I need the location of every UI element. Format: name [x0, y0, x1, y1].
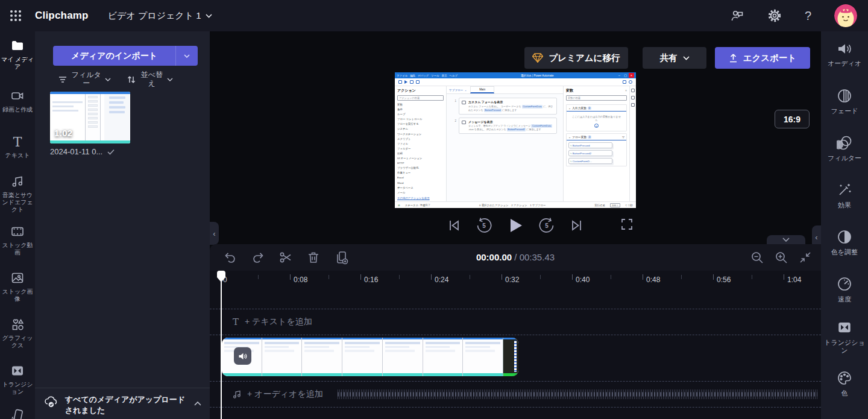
sidebar-item-stock-image[interactable]: ストック画像	[0, 263, 35, 310]
sidebar-item-music-sfx[interactable]: 音楽とサウンドエフェクト	[0, 171, 35, 217]
panel-item-color[interactable]: 色	[821, 361, 868, 408]
redo-button[interactable]	[251, 250, 265, 265]
sidebar-item-label: マイ メディア	[0, 56, 35, 71]
pv-flow-variables-section: ⌄ フロー変数 3▽ ≈ ButtonPressed ≈ ButtonPress…	[566, 133, 627, 166]
fullscreen-button[interactable]	[620, 217, 634, 232]
split-scissors-button[interactable]	[278, 250, 293, 265]
share-button[interactable]: 共有	[643, 47, 706, 69]
timeline-tracks: T + テキストを追加 + オーディオを追加	[210, 289, 821, 419]
import-dropdown-toggle[interactable]	[176, 54, 198, 58]
filter-icon	[58, 75, 68, 84]
import-media-button[interactable]: メディアのインポート	[53, 46, 198, 66]
device-shake-icon	[10, 408, 25, 419]
gem-icon	[532, 53, 543, 63]
preview-stage: プレミアムに移行 共有 エクスポート ファイル 編集 デバッグ ツール 表示 ヘ…	[210, 31, 821, 244]
filter-circles-icon	[837, 135, 853, 151]
clip-filename[interactable]: 2024-01-11 0...	[50, 147, 115, 156]
text-icon: T	[233, 315, 239, 329]
settings-gear-icon[interactable]	[767, 8, 782, 23]
add-text-track[interactable]: T + テキストを追加	[210, 309, 821, 335]
transition-bowtie-icon	[10, 364, 25, 378]
pv-menubar: ファイル 編集 デバッグ ツール 表示 ヘルプ	[397, 74, 458, 77]
right-sidebar: オーディオ フェード フィルター 効果 色を調整 速度 トランジション 色	[821, 31, 868, 419]
pv-actions-search: アクションの検索	[397, 95, 444, 101]
rewind-5s-button[interactable]: 5	[475, 216, 493, 235]
fade-icon	[837, 88, 852, 104]
pv-action-groups: 変数 条件 ループ フロー コントロール フローを実行する システム ワークステ…	[397, 102, 444, 195]
transition-bowtie-icon	[837, 320, 852, 335]
panel-item-speed[interactable]: 速度	[821, 266, 868, 313]
sidebar-item-stock-video[interactable]: ストック動画	[0, 217, 35, 263]
clip-volume-badge[interactable]	[234, 347, 251, 365]
export-button[interactable]: エクスポート	[715, 47, 810, 69]
pv-variables-header: 変数	[566, 88, 625, 93]
chevron-up-icon[interactable]	[194, 402, 201, 406]
sort-label: 並べ替え	[140, 71, 163, 88]
add-audio-track[interactable]: + オーディオを追加	[210, 381, 821, 408]
left-sidebar: マイ メディア 録画と作成 T テキスト 音楽とサウンドエフェクト ストック動画…	[0, 31, 35, 419]
sort-arrows-icon	[127, 75, 136, 84]
sidebar-item-transitions[interactable]: トランジション	[0, 356, 35, 403]
fit-timeline-button[interactable]	[798, 250, 813, 265]
collapse-preview-tab[interactable]	[767, 235, 805, 244]
folder-icon	[10, 39, 25, 53]
pv-step-1: 1 カスタム フォームを表示 カスタム フォームを表示し、ユーザー データを C…	[453, 98, 557, 115]
pv-titlebar: ファイル 編集 デバッグ ツール 表示 ヘルプ 選択済み | Power Aut…	[395, 72, 636, 78]
skip-to-end-button[interactable]	[569, 218, 585, 233]
delete-trash-button[interactable]	[306, 250, 321, 265]
palette-icon	[837, 370, 852, 386]
media-panel: メディアのインポート フィルター 並べ替え 1:02 2024-01-11 0.…	[35, 31, 210, 419]
panel-item-effects[interactable]: 効果	[821, 172, 868, 219]
feedback-icon[interactable]	[730, 8, 744, 23]
panel-item-adjust-colors[interactable]: 色を調整	[821, 219, 868, 266]
duplicate-button[interactable]	[334, 250, 350, 265]
sort-control[interactable]: 並べ替え	[127, 71, 172, 88]
project-name-menu[interactable]: ビデオ プロジェクト 1	[108, 10, 212, 22]
sidebar-item-graphics[interactable]: グラフィックス	[0, 310, 35, 356]
video-clip[interactable]	[222, 338, 518, 376]
app-launcher-icon[interactable]	[10, 10, 22, 22]
speaker-icon	[837, 42, 852, 56]
film-strip-icon	[10, 224, 25, 239]
panel-item-filters[interactable]: フィルター	[821, 125, 868, 172]
video-camera-icon	[10, 89, 25, 103]
image-icon	[10, 271, 25, 285]
sidebar-item-record-create[interactable]: 録画と作成	[0, 78, 35, 124]
thumbnail-side-panel	[104, 94, 130, 140]
sidebar-item-text[interactable]: T テキスト	[0, 124, 35, 171]
panel-item-fade[interactable]: フェード	[821, 78, 868, 125]
add-text-label: + テキストを追加	[245, 317, 312, 327]
sidebar-item-my-media[interactable]: マイ メディア	[0, 31, 35, 78]
current-time: 00:00.00	[476, 252, 512, 262]
user-avatar[interactable]	[834, 4, 857, 27]
collapse-media-panel-handle[interactable]: ‹	[210, 222, 219, 245]
pv-flow-var: ≈ ButtonPressed2	[568, 150, 612, 156]
pv-flow-var: ≈ ButtonPressed	[568, 142, 612, 148]
timeline-ruler[interactable]: 0 0:08 0:16 0:24 0:32 0:40 0:48 0:56 1:0…	[210, 271, 821, 289]
panel-item-audio[interactable]: オーディオ	[821, 31, 868, 78]
timeline-timecode: 00:00.00 / 00:35.43	[210, 252, 821, 262]
sidebar-item-partial[interactable]	[0, 403, 35, 419]
video-preview[interactable]: ファイル 編集 デバッグ ツール 表示 ヘルプ 選択済み | Power Aut…	[395, 72, 636, 208]
play-button[interactable]	[506, 216, 524, 235]
zoom-out-button[interactable]	[750, 250, 764, 265]
upload-status-bar: すべてのメディアがアップロードされました	[35, 388, 210, 419]
chevron-down-icon	[184, 54, 190, 58]
zoom-in-button[interactable]	[774, 250, 788, 265]
aspect-ratio-badge[interactable]: 16:9	[775, 110, 810, 128]
panel-item-transitions[interactable]: トランジション	[821, 313, 868, 361]
filter-control[interactable]: フィルター	[58, 71, 111, 88]
upgrade-premium-button[interactable]: プレミアムに移行	[524, 47, 628, 69]
help-icon[interactable]: ?	[805, 9, 811, 23]
thumbnail-taskbar	[50, 140, 130, 143]
undo-button[interactable]	[223, 250, 237, 265]
pv-status-bar: ⊘ステータス: 準備完了 0 選択されたアクション 2 アクション 1 サブフロ…	[395, 201, 636, 208]
check-icon	[107, 149, 115, 155]
forward-5s-button[interactable]: 5	[538, 216, 556, 235]
adjust-color-icon	[837, 229, 852, 245]
chevron-down-icon	[105, 78, 111, 81]
skip-to-start-button[interactable]	[446, 218, 462, 233]
media-clip-thumbnail[interactable]: 1:02	[50, 92, 130, 143]
pv-actions-header: アクション	[397, 88, 444, 93]
total-duration: 00:35.43	[520, 252, 555, 262]
